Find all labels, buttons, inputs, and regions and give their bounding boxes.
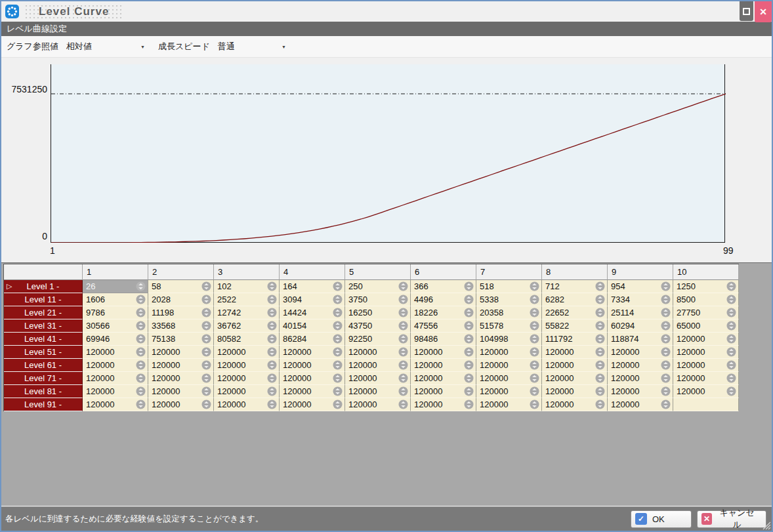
value-cell[interactable]: 92250	[345, 333, 411, 346]
row-header[interactable]: Level 11 -	[4, 293, 83, 306]
spinner-icon[interactable]	[661, 386, 671, 396]
spinner-icon[interactable]	[267, 360, 277, 370]
value-cell[interactable]: 120000	[542, 346, 608, 359]
spinner-icon[interactable]	[201, 360, 211, 370]
value-cell[interactable]: 33568	[148, 319, 214, 333]
spinner-icon[interactable]	[333, 399, 343, 409]
spinner-icon[interactable]	[136, 281, 146, 291]
value-cell[interactable]: 120000	[673, 333, 739, 346]
spinner-icon[interactable]	[201, 295, 211, 304]
resize-grip[interactable]	[762, 521, 771, 530]
value-cell[interactable]: 120000	[83, 359, 148, 372]
value-cell[interactable]: 120000	[83, 385, 148, 398]
spinner-icon[interactable]	[136, 295, 146, 304]
spinner-icon[interactable]	[464, 321, 474, 331]
growth-speed-select[interactable]: 普通 ▼	[214, 39, 290, 54]
spinner-icon[interactable]	[136, 321, 146, 331]
value-cell[interactable]: 6282	[542, 293, 608, 306]
maximize-button[interactable]	[740, 1, 753, 21]
row-header[interactable]: Level 91 -	[4, 398, 83, 411]
spinner-icon[interactable]	[530, 281, 539, 291]
spinner-icon[interactable]	[661, 281, 671, 291]
ok-button[interactable]: ✓ OK	[631, 510, 692, 528]
value-cell[interactable]: 120000	[280, 385, 345, 398]
value-cell[interactable]: 120000	[673, 346, 739, 359]
spinner-icon[interactable]	[267, 334, 277, 344]
value-cell[interactable]: 120000	[214, 385, 280, 398]
spinner-icon[interactable]	[136, 334, 146, 344]
value-cell[interactable]: 12742	[214, 306, 280, 319]
spinner-icon[interactable]	[333, 360, 343, 370]
value-cell[interactable]: 120000	[542, 372, 608, 385]
spinner-icon[interactable]	[530, 399, 539, 409]
spinner-icon[interactable]	[726, 295, 736, 304]
value-cell[interactable]: 120000	[476, 398, 542, 411]
value-cell[interactable]: 11198	[148, 306, 214, 319]
spinner-icon[interactable]	[136, 373, 146, 383]
value-cell[interactable]: 120000	[673, 385, 739, 398]
value-cell[interactable]: 98486	[411, 333, 476, 346]
value-cell[interactable]: 22652	[542, 306, 608, 319]
spinner-icon[interactable]	[136, 386, 146, 396]
value-cell[interactable]: 120000	[542, 398, 608, 411]
value-cell[interactable]: 18226	[411, 306, 476, 319]
row-header[interactable]: Level 31 -	[4, 319, 83, 333]
value-cell[interactable]: 4496	[411, 293, 476, 306]
spinner-icon[interactable]	[201, 308, 211, 317]
value-cell[interactable]: 7334	[608, 293, 673, 306]
value-cell[interactable]: 120000	[608, 385, 673, 398]
spinner-icon[interactable]	[661, 295, 671, 304]
value-cell[interactable]: 120000	[345, 385, 411, 398]
value-cell[interactable]: 120000	[476, 372, 542, 385]
spinner-icon[interactable]	[661, 334, 671, 344]
value-cell[interactable]: 75138	[148, 333, 214, 346]
value-cell[interactable]: 3094	[280, 293, 345, 306]
row-header[interactable]: Level 81 -	[4, 385, 83, 398]
spinner-icon[interactable]	[661, 360, 671, 370]
spinner-icon[interactable]	[464, 360, 474, 370]
spinner-icon[interactable]	[267, 399, 277, 409]
spinner-icon[interactable]	[267, 295, 277, 304]
spinner-icon[interactable]	[398, 399, 408, 409]
value-cell[interactable]: 65000	[673, 319, 739, 333]
spinner-icon[interactable]	[333, 281, 343, 291]
spinner-icon[interactable]	[333, 347, 343, 357]
spinner-icon[interactable]	[595, 334, 605, 344]
spinner-icon[interactable]	[464, 347, 474, 357]
spinner-icon[interactable]	[136, 347, 146, 357]
value-cell[interactable]: 8500	[673, 293, 739, 306]
value-cell[interactable]: 120000	[83, 346, 148, 359]
value-cell[interactable]: 2028	[148, 293, 214, 306]
value-cell[interactable]: 120000	[542, 385, 608, 398]
value-cell[interactable]: 120000	[148, 346, 214, 359]
row-header[interactable]: Level 51 -	[4, 346, 83, 359]
spinner-icon[interactable]	[530, 334, 539, 344]
spinner-icon[interactable]	[726, 360, 736, 370]
spinner-icon[interactable]	[201, 386, 211, 396]
cancel-button[interactable]: ✕ キャンセル	[697, 510, 766, 528]
value-cell[interactable]: 36762	[214, 319, 280, 333]
graph-ref-select[interactable]: 相対値 ▼	[62, 39, 149, 54]
value-cell[interactable]: 120000	[345, 398, 411, 411]
value-cell[interactable]: 120000	[411, 385, 476, 398]
value-cell[interactable]: 120000	[608, 346, 673, 359]
spinner-icon[interactable]	[333, 334, 343, 344]
spinner-icon[interactable]	[530, 321, 539, 331]
spinner-icon[interactable]	[398, 386, 408, 396]
value-cell[interactable]: 164	[280, 280, 345, 293]
spinner-icon[interactable]	[726, 321, 736, 331]
value-cell[interactable]: 120000	[148, 359, 214, 372]
spinner-icon[interactable]	[726, 281, 736, 291]
spinner-icon[interactable]	[333, 386, 343, 396]
value-cell[interactable]: 120000	[476, 359, 542, 372]
spinner-icon[interactable]	[267, 386, 277, 396]
spinner-icon[interactable]	[661, 321, 671, 331]
spinner-icon[interactable]	[333, 321, 343, 331]
value-cell[interactable]: 1606	[83, 293, 148, 306]
value-cell[interactable]: 20358	[476, 306, 542, 319]
value-cell[interactable]: 120000	[542, 359, 608, 372]
value-cell[interactable]: 120000	[280, 359, 345, 372]
value-cell[interactable]: 14424	[280, 306, 345, 319]
spinner-icon[interactable]	[726, 386, 736, 396]
spinner-icon[interactable]	[333, 295, 343, 304]
